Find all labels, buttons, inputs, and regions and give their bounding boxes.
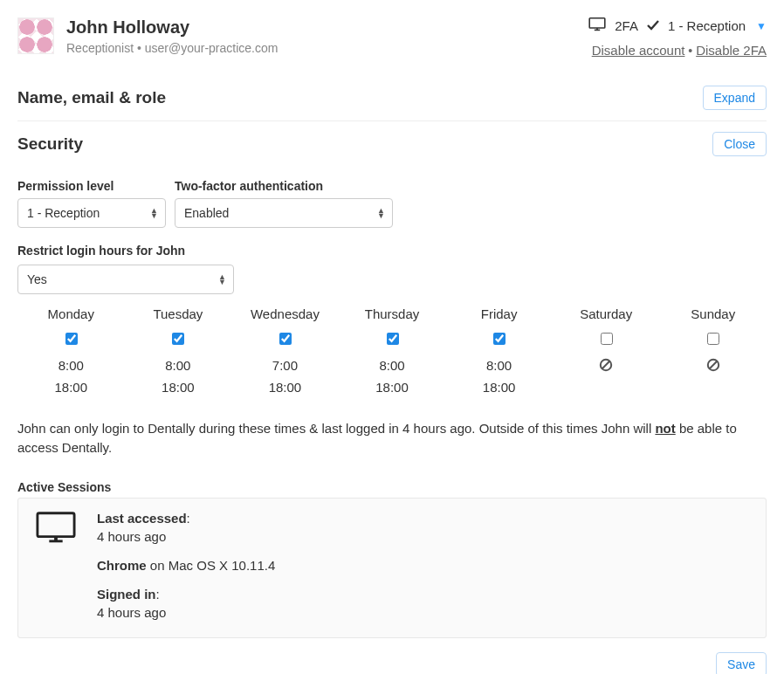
svg-rect-2 [596,28,598,30]
day-name: Saturday [553,306,660,321]
restrict-login-label: Restrict login hours for John [17,244,767,258]
user-name: John Holloway [66,17,278,38]
day-column: Monday8:0018:00 [17,306,125,402]
last-accessed-label: Last accessed [97,511,187,526]
svg-rect-0 [589,18,605,28]
day-column: Tuesday8:0018:00 [125,306,232,402]
section-security: Security [17,134,83,154]
restrict-login-select[interactable]: Yes ▲▼ [17,265,234,294]
day-start-time[interactable]: 8:00 [445,358,553,373]
day-checkbox[interactable] [172,333,184,345]
day-end-time[interactable]: 18:00 [17,380,125,395]
blocked-icon [659,358,767,375]
level-dropdown[interactable]: 1 - Reception ▼ [668,18,767,33]
permission-level-select[interactable]: 1 - Reception ▲▼ [17,198,166,228]
updown-icon: ▲▼ [150,208,158,218]
day-start-time[interactable]: 8:00 [125,358,232,373]
day-column: Friday8:0018:00 [445,306,553,402]
active-sessions-title: Active Sessions [17,480,767,494]
day-start-time[interactable]: 8:00 [339,358,446,373]
section-name-email-role: Name, email & role [17,88,166,107]
signed-in-label: Signed in [97,587,156,602]
disable-2fa-link[interactable]: Disable 2FA [696,43,767,58]
day-name: Tuesday [125,306,232,321]
day-checkbox[interactable] [65,333,78,345]
day-end-time[interactable]: 18:00 [445,380,553,395]
day-name: Wednesday [231,306,339,321]
twofa-label: 2FA [615,18,638,33]
day-name: Friday [445,306,553,321]
day-start-time[interactable]: 8:00 [17,358,125,373]
level-label: 1 - Reception [668,18,746,33]
day-name: Monday [17,306,125,321]
day-column: Wednesday7:0018:00 [231,306,339,402]
svg-line-6 [710,361,717,368]
day-column: Sunday [659,306,767,402]
user-subtitle: Receptionist • user@your-practice.com [66,41,278,55]
caret-down-icon: ▼ [756,20,767,32]
day-checkbox[interactable] [601,333,613,345]
day-name: Sunday [659,306,767,321]
day-checkbox[interactable] [387,333,399,345]
svg-line-4 [602,361,609,368]
twofa-field-label: Two-factor authentication [175,179,393,193]
close-button[interactable]: Close [712,132,767,156]
signed-in-value: 4 hours ago [97,605,275,620]
monitor-icon [588,17,606,34]
day-end-time[interactable]: 18:00 [125,380,232,395]
session-platform: Chrome on Mac OS X 10.11.4 [97,558,275,573]
permission-level-label: Permission level [17,179,166,193]
day-start-time[interactable]: 7:00 [231,358,339,373]
day-checkbox[interactable] [279,333,292,345]
session-card: Last accessed: 4 hours ago Chrome on Mac… [17,498,767,638]
expand-button[interactable]: Expand [703,86,767,110]
updown-icon: ▲▼ [377,208,385,218]
day-end-time[interactable]: 18:00 [231,380,339,395]
twofa-select[interactable]: Enabled ▲▼ [175,198,393,228]
day-name: Thursday [339,306,446,321]
last-accessed-value: 4 hours ago [97,529,275,544]
day-checkbox[interactable] [493,333,505,345]
day-checkbox[interactable] [707,333,719,345]
svg-rect-7 [38,512,74,536]
updown-icon: ▲▼ [218,274,226,285]
avatar [17,17,54,54]
day-column: Saturday [553,306,660,402]
save-button[interactable]: Save [716,652,767,675]
blocked-icon [553,358,660,375]
day-column: Thursday8:0018:00 [339,306,446,402]
day-end-time[interactable]: 18:00 [339,380,446,395]
disable-account-link[interactable]: Disable account [592,43,685,58]
check-icon [647,18,659,33]
svg-rect-9 [54,536,58,540]
desktop-icon [36,511,76,623]
restriction-description: John can only login to Dentally during t… [17,419,767,457]
